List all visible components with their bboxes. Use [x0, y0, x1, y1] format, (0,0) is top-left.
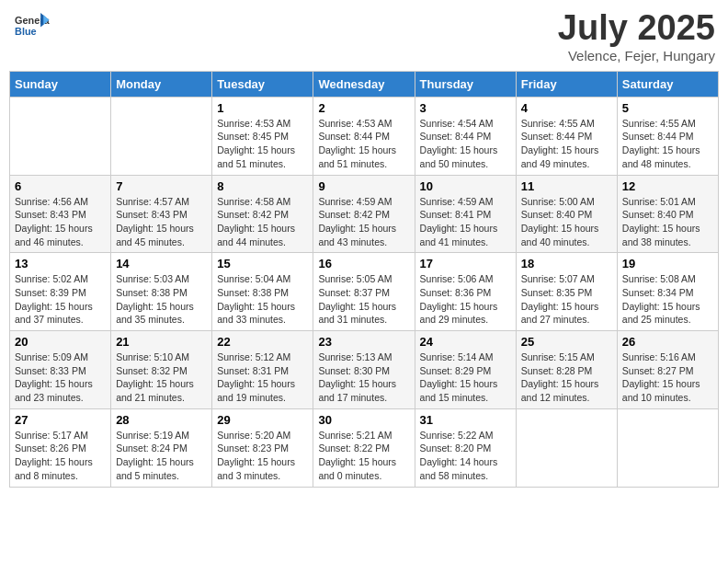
day-number: 24 [420, 335, 511, 349]
day-info: Sunrise: 4:53 AMSunset: 8:44 PMDaylight:… [318, 117, 409, 171]
day-number: 12 [622, 179, 713, 193]
day-cell-27: 27Sunrise: 5:17 AMSunset: 8:26 PMDayligh… [10, 408, 111, 487]
day-number: 20 [15, 335, 106, 349]
day-number: 19 [622, 257, 713, 270]
day-info: Sunrise: 4:55 AMSunset: 8:44 PMDaylight:… [622, 117, 713, 171]
month-title: July 2025 [558, 9, 715, 48]
day-info: Sunrise: 5:09 AMSunset: 8:33 PMDaylight:… [15, 350, 106, 405]
day-info: Sunrise: 4:56 AMSunset: 8:43 PMDaylight:… [15, 195, 106, 249]
day-cell-19: 19Sunrise: 5:08 AMSunset: 8:34 PMDayligh… [617, 253, 718, 331]
day-cell-9: 9Sunrise: 4:59 AMSunset: 8:42 PMDaylight… [313, 175, 415, 253]
day-number: 1 [217, 101, 308, 115]
day-number: 29 [217, 413, 308, 427]
weekday-header-saturday: Saturday [617, 71, 718, 97]
day-info: Sunrise: 5:07 AMSunset: 8:35 PMDaylight:… [521, 272, 612, 327]
day-cell-26: 26Sunrise: 5:16 AMSunset: 8:27 PMDayligh… [617, 331, 718, 409]
day-info: Sunrise: 5:05 AMSunset: 8:37 PMDaylight:… [318, 272, 409, 327]
day-number: 16 [318, 257, 409, 270]
day-number: 23 [318, 335, 409, 349]
week-row-1: 1Sunrise: 4:53 AMSunset: 8:45 PMDaylight… [10, 97, 719, 175]
day-number: 25 [521, 335, 612, 349]
day-cell-22: 22Sunrise: 5:12 AMSunset: 8:31 PMDayligh… [212, 331, 313, 409]
day-info: Sunrise: 5:13 AMSunset: 8:30 PMDaylight:… [318, 350, 409, 405]
week-row-2: 6Sunrise: 4:56 AMSunset: 8:43 PMDaylight… [10, 175, 719, 253]
week-row-4: 20Sunrise: 5:09 AMSunset: 8:33 PMDayligh… [10, 331, 719, 409]
day-info: Sunrise: 4:59 AMSunset: 8:42 PMDaylight:… [318, 195, 409, 249]
day-info: Sunrise: 4:59 AMSunset: 8:41 PMDaylight:… [420, 195, 511, 249]
week-row-3: 13Sunrise: 5:02 AMSunset: 8:39 PMDayligh… [10, 253, 719, 331]
day-info: Sunrise: 5:12 AMSunset: 8:31 PMDaylight:… [217, 350, 308, 405]
empty-cell [617, 408, 718, 487]
empty-cell [111, 97, 212, 175]
location: Velence, Fejer, Hungary [558, 48, 715, 63]
day-cell-15: 15Sunrise: 5:04 AMSunset: 8:38 PMDayligh… [212, 253, 313, 331]
day-number: 22 [217, 335, 308, 349]
day-cell-13: 13Sunrise: 5:02 AMSunset: 8:39 PMDayligh… [10, 253, 111, 331]
day-number: 7 [116, 179, 207, 193]
day-number: 3 [420, 101, 511, 115]
page-header: General Blue July 2025 Velence, Fejer, H… [9, 9, 719, 63]
day-number: 31 [420, 413, 511, 427]
day-number: 14 [116, 257, 207, 270]
day-info: Sunrise: 5:14 AMSunset: 8:29 PMDaylight:… [420, 350, 511, 405]
weekday-header-sunday: Sunday [10, 71, 111, 97]
day-info: Sunrise: 5:02 AMSunset: 8:39 PMDaylight:… [15, 272, 106, 327]
day-cell-7: 7Sunrise: 4:57 AMSunset: 8:43 PMDaylight… [111, 175, 212, 253]
day-number: 10 [420, 179, 511, 193]
day-cell-29: 29Sunrise: 5:20 AMSunset: 8:23 PMDayligh… [212, 408, 313, 487]
logo-icon: General Blue [13, 9, 50, 41]
logo: General Blue [13, 9, 51, 41]
day-info: Sunrise: 5:01 AMSunset: 8:40 PMDaylight:… [622, 195, 713, 249]
day-number: 9 [318, 179, 409, 193]
day-number: 5 [622, 101, 713, 115]
day-number: 8 [217, 179, 308, 193]
day-info: Sunrise: 4:54 AMSunset: 8:44 PMDaylight:… [420, 117, 511, 171]
day-cell-20: 20Sunrise: 5:09 AMSunset: 8:33 PMDayligh… [10, 331, 111, 409]
day-number: 26 [622, 335, 713, 349]
weekday-header-friday: Friday [516, 71, 617, 97]
day-info: Sunrise: 5:22 AMSunset: 8:20 PMDaylight:… [420, 429, 511, 483]
day-cell-6: 6Sunrise: 4:56 AMSunset: 8:43 PMDaylight… [10, 175, 111, 253]
day-number: 15 [217, 257, 308, 270]
day-info: Sunrise: 5:16 AMSunset: 8:27 PMDaylight:… [622, 350, 713, 405]
weekday-header-wednesday: Wednesday [313, 71, 415, 97]
day-info: Sunrise: 5:04 AMSunset: 8:38 PMDaylight:… [217, 272, 308, 327]
day-cell-3: 3Sunrise: 4:54 AMSunset: 8:44 PMDaylight… [415, 97, 516, 175]
day-cell-8: 8Sunrise: 4:58 AMSunset: 8:42 PMDaylight… [212, 175, 313, 253]
day-number: 18 [521, 257, 612, 270]
day-cell-18: 18Sunrise: 5:07 AMSunset: 8:35 PMDayligh… [516, 253, 617, 331]
day-number: 2 [318, 101, 409, 115]
day-cell-14: 14Sunrise: 5:03 AMSunset: 8:38 PMDayligh… [111, 253, 212, 331]
day-number: 28 [116, 413, 207, 427]
day-cell-28: 28Sunrise: 5:19 AMSunset: 8:24 PMDayligh… [111, 408, 212, 487]
day-cell-17: 17Sunrise: 5:06 AMSunset: 8:36 PMDayligh… [415, 253, 516, 331]
day-number: 13 [15, 257, 106, 270]
day-info: Sunrise: 5:15 AMSunset: 8:28 PMDaylight:… [521, 350, 612, 405]
day-cell-4: 4Sunrise: 4:55 AMSunset: 8:44 PMDaylight… [516, 97, 617, 175]
day-cell-23: 23Sunrise: 5:13 AMSunset: 8:30 PMDayligh… [313, 331, 415, 409]
day-number: 21 [116, 335, 207, 349]
day-info: Sunrise: 4:53 AMSunset: 8:45 PMDaylight:… [217, 117, 308, 171]
day-info: Sunrise: 5:03 AMSunset: 8:38 PMDaylight:… [116, 272, 207, 327]
day-cell-21: 21Sunrise: 5:10 AMSunset: 8:32 PMDayligh… [111, 331, 212, 409]
day-info: Sunrise: 5:00 AMSunset: 8:40 PMDaylight:… [521, 195, 612, 249]
day-number: 6 [15, 179, 106, 193]
weekday-header-row: SundayMondayTuesdayWednesdayThursdayFrid… [10, 71, 719, 97]
calendar-table: SundayMondayTuesdayWednesdayThursdayFrid… [9, 71, 719, 488]
day-info: Sunrise: 4:55 AMSunset: 8:44 PMDaylight:… [521, 117, 612, 171]
day-info: Sunrise: 4:57 AMSunset: 8:43 PMDaylight:… [116, 195, 207, 249]
day-cell-30: 30Sunrise: 5:21 AMSunset: 8:22 PMDayligh… [313, 408, 415, 487]
day-info: Sunrise: 5:08 AMSunset: 8:34 PMDaylight:… [622, 272, 713, 327]
day-cell-2: 2Sunrise: 4:53 AMSunset: 8:44 PMDaylight… [313, 97, 415, 175]
week-row-5: 27Sunrise: 5:17 AMSunset: 8:26 PMDayligh… [10, 408, 719, 487]
day-cell-31: 31Sunrise: 5:22 AMSunset: 8:20 PMDayligh… [415, 408, 516, 487]
day-info: Sunrise: 5:19 AMSunset: 8:24 PMDaylight:… [116, 429, 207, 483]
day-info: Sunrise: 5:20 AMSunset: 8:23 PMDaylight:… [217, 429, 308, 483]
day-cell-24: 24Sunrise: 5:14 AMSunset: 8:29 PMDayligh… [415, 331, 516, 409]
day-cell-11: 11Sunrise: 5:00 AMSunset: 8:40 PMDayligh… [516, 175, 617, 253]
day-number: 30 [318, 413, 409, 427]
day-info: Sunrise: 5:06 AMSunset: 8:36 PMDaylight:… [420, 272, 511, 327]
empty-cell [10, 97, 111, 175]
day-cell-25: 25Sunrise: 5:15 AMSunset: 8:28 PMDayligh… [516, 331, 617, 409]
day-number: 27 [15, 413, 106, 427]
